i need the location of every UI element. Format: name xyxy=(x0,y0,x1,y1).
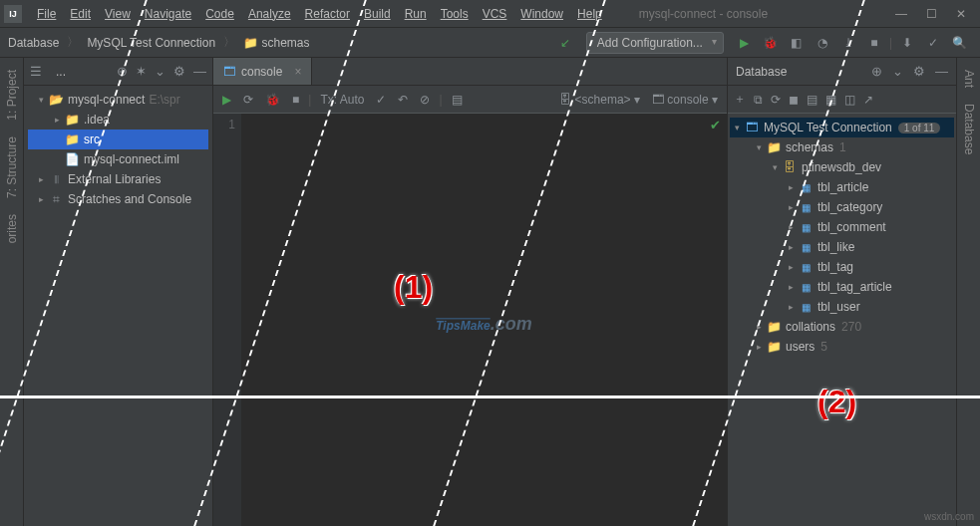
run-icon[interactable]: ▶ xyxy=(734,32,756,54)
db-connection-row[interactable]: ▾ 🗔 MySQL Test Connection 1 of 11 xyxy=(730,118,954,137)
minimize-button[interactable]: — xyxy=(886,7,916,21)
table-icon: ▦ xyxy=(798,262,814,273)
menu-window[interactable]: Window xyxy=(513,7,570,21)
menu-edit[interactable]: Edit xyxy=(63,7,98,21)
close-button[interactable]: ✕ xyxy=(946,7,976,21)
search-icon[interactable]: 🔍 xyxy=(948,32,970,54)
tree-row[interactable]: ▾🗄ptinewsdb_dev xyxy=(730,157,954,177)
menu-build[interactable]: Build xyxy=(357,7,398,21)
explain-icon[interactable]: 🐞 xyxy=(262,93,283,107)
rollback-icon[interactable]: ↶ xyxy=(395,93,411,107)
tree-row[interactable]: ▸▦tbl_article xyxy=(730,177,954,197)
duplicate-icon[interactable]: ⧉ xyxy=(754,93,763,107)
database-panel: Database ⊕ ⌄ ⚙ — ＋ ⧉ ⟳ ◼ ▤ ▦ ◫ ↗ ▾ 🗔 MyS… xyxy=(727,58,956,526)
tool-favorites[interactable]: orites xyxy=(5,214,19,243)
tool-structure[interactable]: 7: Structure xyxy=(5,136,19,198)
editor-tab[interactable]: 🗔 console × xyxy=(213,58,312,85)
breadcrumb[interactable]: MySQL Test Connection xyxy=(87,36,215,50)
project-tree[interactable]: ▾📂mysql-connectE:\spr▸📁.idea📁src📄mysql-c… xyxy=(24,86,212,213)
gear-icon[interactable]: ⚙ xyxy=(173,64,185,79)
menu-code[interactable]: Code xyxy=(198,7,241,21)
cancel-icon[interactable]: ⊘ xyxy=(417,93,433,107)
menu-file[interactable]: File xyxy=(30,7,63,21)
tree-row[interactable]: ▸▦tbl_tag xyxy=(730,257,954,277)
editor-text-area[interactable]: ✔ TipsMake.com xyxy=(241,114,727,526)
schema-selector[interactable]: 🗄 <schema> ▾ xyxy=(556,93,643,107)
tree-row[interactable]: ▸📁collations270 xyxy=(730,317,954,337)
tree-row[interactable]: ▸▦tbl_user xyxy=(730,297,954,317)
menu-tools[interactable]: Tools xyxy=(434,7,476,21)
menu-run[interactable]: Run xyxy=(398,7,434,21)
new-datasource-icon[interactable]: ＋ xyxy=(734,91,746,108)
tree-row[interactable]: ▾📂mysql-connectE:\spr xyxy=(28,90,208,110)
tree-label: tbl_category xyxy=(817,200,882,214)
tool-project[interactable]: 1: Project xyxy=(5,70,19,121)
execute-icon[interactable]: ▶ xyxy=(219,93,234,107)
menu-navigate[interactable]: Navigate xyxy=(138,7,198,21)
close-tab-icon[interactable]: × xyxy=(294,65,301,79)
jump-to-console-icon[interactable]: ↗ xyxy=(863,93,873,107)
hide-icon[interactable]: — xyxy=(193,64,206,79)
history-icon[interactable]: ⟳ xyxy=(240,93,256,107)
tree-row[interactable]: ▸⫴External Libraries xyxy=(28,169,208,189)
expand-icon[interactable]: ⌄ xyxy=(892,64,903,79)
project-selector-icon[interactable]: ☰ xyxy=(30,64,42,79)
target-icon[interactable]: ⊕ xyxy=(871,64,882,79)
stop-exec-icon[interactable]: ■ xyxy=(289,93,302,107)
tree-label: users xyxy=(786,340,815,354)
folder-blue-icon: 📁 xyxy=(64,132,80,146)
menu-vcs[interactable]: VCS xyxy=(476,7,514,21)
project-view-selector[interactable]: ... xyxy=(50,65,72,79)
commit-icon[interactable]: ✓ xyxy=(373,93,389,107)
diagram-icon[interactable]: ◫ xyxy=(844,93,855,107)
breadcrumb[interactable]: 📁 schemas xyxy=(243,36,309,50)
output-panel-icon[interactable]: ▤ xyxy=(449,93,466,107)
tx-mode-selector[interactable]: Tx: Auto xyxy=(317,93,367,107)
database-tree[interactable]: ▾ 🗔 MySQL Test Connection 1 of 11 ▾📁sche… xyxy=(728,114,956,361)
tree-row[interactable]: ▾📁schemas1 xyxy=(730,137,954,157)
stop-icon[interactable]: ■ xyxy=(863,32,885,54)
tree-row[interactable]: 📁src xyxy=(28,130,208,149)
vcs-commit-icon[interactable]: ✓ xyxy=(922,32,944,54)
expand-icon[interactable]: ✶ xyxy=(136,64,147,79)
tree-row[interactable]: ▸▦tbl_comment xyxy=(730,217,954,237)
tool-database[interactable]: Database xyxy=(962,104,976,154)
filter-icon[interactable]: ▤ xyxy=(807,93,817,107)
tree-label: mysql-connect.iml xyxy=(84,152,179,166)
menu-refactor[interactable]: Refactor xyxy=(298,7,357,21)
gear-icon[interactable]: ⚙ xyxy=(913,64,925,79)
tool-ant[interactable]: Ant xyxy=(962,70,976,88)
build-icon[interactable]: ↙ xyxy=(554,32,576,54)
attach-icon[interactable]: ⤓ xyxy=(837,32,859,54)
profile-icon[interactable]: ◔ xyxy=(812,32,833,54)
tree-row[interactable]: 📄mysql-connect.iml xyxy=(28,149,208,169)
editor-body[interactable]: 1 ✔ TipsMake.com xyxy=(213,114,727,526)
tree-row[interactable]: ▸⌗Scratches and Console xyxy=(28,189,208,209)
tree-row[interactable]: ▸▦tbl_like xyxy=(730,237,954,257)
debug-icon[interactable]: 🐞 xyxy=(760,32,782,54)
menu-view[interactable]: View xyxy=(98,7,138,21)
hide-icon[interactable]: — xyxy=(935,64,948,79)
tree-row[interactable]: ▸📁.idea xyxy=(28,110,208,130)
datasource-icon: 🗔 xyxy=(744,121,760,134)
tree-row[interactable]: ▸📁users5 xyxy=(730,337,954,357)
stop-icon[interactable]: ◼ xyxy=(789,93,799,107)
target-icon[interactable]: ⊕ xyxy=(117,64,128,79)
tree-row[interactable]: ▸▦tbl_category xyxy=(730,197,954,217)
menu-analyze[interactable]: Analyze xyxy=(241,7,298,21)
maximize-button[interactable]: ☐ xyxy=(916,7,946,21)
project-panel: ☰ ... ⊕ ✶ ⌄ ⚙ — ▾📂mysql-connectE:\spr▸📁.… xyxy=(24,58,213,526)
connection-label: MySQL Test Connection xyxy=(764,121,892,134)
refresh-icon[interactable]: ⟳ xyxy=(771,93,781,107)
vcs-update-icon[interactable]: ⬇ xyxy=(896,32,918,54)
coverage-icon[interactable]: ◧ xyxy=(786,32,808,54)
breadcrumb[interactable]: Database xyxy=(8,36,59,50)
tree-row[interactable]: ▸▦tbl_tag_article xyxy=(730,277,954,297)
collapse-icon[interactable]: ⌄ xyxy=(155,64,165,79)
editor: 🗔 console × ▶ ⟳ 🐞 ■ | Tx: Auto ✓ ↶ ⊘ | ▤… xyxy=(213,58,727,526)
tree-label: tbl_user xyxy=(817,300,860,314)
menu-help[interactable]: Help xyxy=(570,7,609,21)
console-selector[interactable]: 🗔 console ▾ xyxy=(649,93,721,107)
table-icon[interactable]: ▦ xyxy=(825,93,836,107)
add-configuration-button[interactable]: Add Configuration... xyxy=(586,32,724,54)
